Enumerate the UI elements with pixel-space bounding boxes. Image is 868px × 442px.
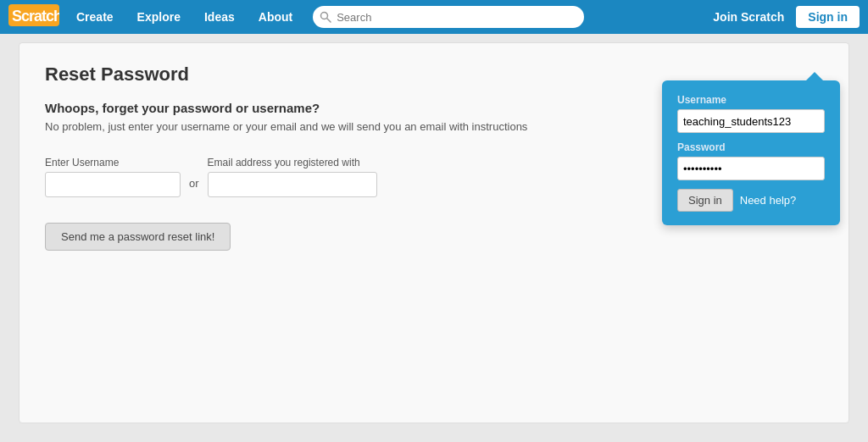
search-wrapper — [313, 6, 584, 28]
svg-text:Scratch: Scratch — [12, 8, 59, 25]
nav-ideas[interactable]: Ideas — [192, 10, 247, 24]
dropdown-password-label: Password — [677, 141, 825, 153]
or-separator: or — [189, 177, 199, 190]
dropdown-username-input[interactable] — [677, 109, 825, 133]
username-input[interactable] — [45, 172, 181, 197]
dropdown-username-label: Username — [677, 94, 825, 106]
nav-create[interactable]: Create — [64, 10, 125, 24]
scratch-logo[interactable]: Scratch — [8, 4, 59, 30]
need-help-link[interactable]: Need help? — [740, 194, 797, 207]
email-input[interactable] — [208, 172, 377, 197]
email-label: Email address you registered with — [208, 157, 377, 169]
sign-in-button[interactable]: Sign in — [796, 6, 860, 28]
username-group: Enter Username — [45, 157, 181, 197]
join-scratch-button[interactable]: Join Scratch — [704, 10, 793, 24]
nav-explore[interactable]: Explore — [125, 10, 192, 24]
nav-about[interactable]: About — [247, 10, 304, 24]
dropdown-password-input[interactable] — [677, 157, 825, 180]
username-label: Enter Username — [45, 157, 181, 169]
email-group: Email address you registered with — [208, 157, 377, 197]
navbar: Scratch Create Explore Ideas About Join … — [0, 0, 868, 34]
nav-right: Join Scratch Sign in — [704, 6, 860, 28]
reset-password-button[interactable]: Send me a password reset link! — [45, 223, 231, 251]
signin-row: Sign in Need help? — [677, 189, 825, 212]
main-content: Reset Password Whoops, forget your passw… — [19, 42, 849, 423]
signin-dropdown: Username Password Sign in Need help? — [662, 80, 840, 225]
search-input[interactable] — [313, 6, 584, 28]
dropdown-signin-button[interactable]: Sign in — [677, 189, 733, 212]
